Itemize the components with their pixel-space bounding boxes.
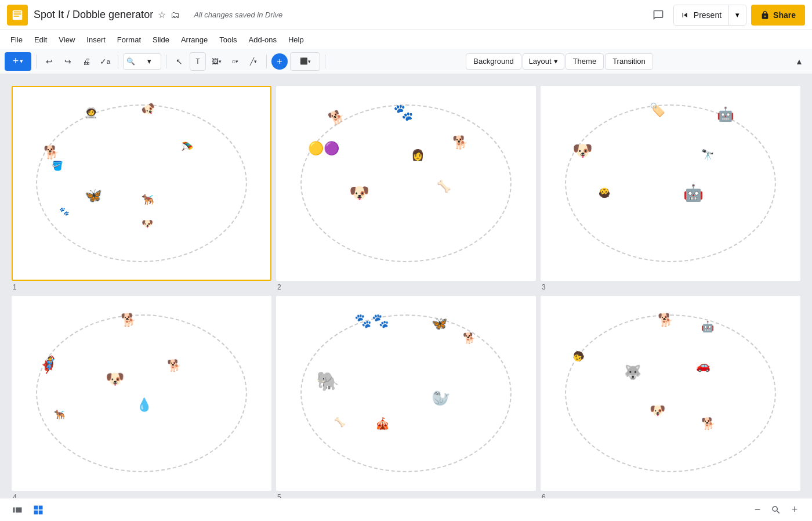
slide-3[interactable]: 🏷️ 🤖 🐶 🔭 🤖 🧒 [541,86,800,281]
char-5-4: 🐘 [316,370,339,392]
menu-insert[interactable]: Insert [81,33,111,46]
slide-number-6: 6 [541,493,800,498]
print-button[interactable]: 🖨 [78,52,95,71]
redo-button[interactable]: ↪ [60,52,76,71]
slide-1[interactable]: 🧑‍🚀 🐶 🐕 🪣 🦋 🐕‍🦺 🪂 🐾 🐶 [12,86,271,281]
comment-button[interactable] [648,5,669,26]
menubar: File Edit View Insert Format Slide Arran… [0,30,812,49]
transition-button[interactable]: Transition [605,53,653,70]
undo-button[interactable]: ↩ [41,52,57,71]
grid-view-button[interactable] [30,502,46,518]
zoom-in-button[interactable]: 🔍 [124,54,137,69]
char-2-5: 🐕 [452,135,468,150]
line-button[interactable]: ╱▾ [245,52,262,71]
svg-rect-3 [14,15,19,16]
content-area: 🧑‍🚀 🐶 🐕 🪣 🦋 🐕‍🦺 🪂 🐾 🐶 1 🐾 [0,74,812,498]
char-6-4: 🐺 [624,364,641,381]
background-button[interactable]: Background [466,53,521,70]
present-main-button[interactable]: Present [674,5,728,25]
header: Spot It / Dobble generator ☆ 🗂 All chang… [0,0,812,30]
slide-number-1: 1 [12,283,271,291]
char-2-6: 🐶 [349,183,369,202]
menu-addons[interactable]: Add-ons [243,33,282,46]
bottom-bar: − + [0,498,812,521]
cursor-button[interactable]: ↖ [171,52,187,71]
char-1-3: 🐕 [44,145,59,160]
menu-tools[interactable]: Tools [213,33,242,46]
collapse-toolbar-button[interactable]: ▲ [791,52,807,71]
code-block-button[interactable]: ⬛▾ [290,52,320,71]
zoom-value[interactable]: ▾ [137,57,161,66]
theme-button[interactable]: Theme [566,53,604,70]
char-4-1: 🐕 [121,313,136,328]
char-5-7: 🦴 [334,417,346,428]
char-4-5: 💧 [136,397,152,413]
svg-rect-6 [34,505,38,509]
char-6-5: 🚗 [696,359,710,372]
char-4-6: 🐕‍🦺 [54,409,66,420]
slide-2-content: 🐾 🐕 🟡🟣 👩 🐕 🐶 🦴 [277,87,535,280]
folder-icon[interactable]: 🗂 [171,10,180,20]
menu-file[interactable]: File [5,33,28,46]
shape-button[interactable]: ○▾ [227,52,243,71]
slide-4-circle [36,314,247,472]
slide-wrapper-5: 🐾🐾 🦋 🐕 🐘 🦭 🎪 🦴 5 [276,296,536,498]
comment-add-button[interactable]: + [271,53,288,70]
slide-5-circle [300,314,512,472]
share-button[interactable]: Share [751,5,805,26]
menu-arrange[interactable]: Arrange [175,33,213,46]
char-2-1: 🐾 [393,103,414,122]
slide-4[interactable]: 🐕 🦸 🐶 🐕 💧 🐕‍🦺 [12,296,271,491]
slide-wrapper-1: 🧑‍🚀 🐶 🐕 🪣 🦋 🐕‍🦺 🪂 🐾 🐶 1 [12,86,271,291]
share-label: Share [773,10,796,20]
star-icon[interactable]: ☆ [158,9,166,20]
char-6-6: 🐶 [650,403,665,418]
menu-help[interactable]: Help [282,33,310,46]
char-6-1: 🐕 [658,313,673,328]
slide-number-4: 4 [12,493,271,498]
svg-rect-9 [39,510,43,514]
bottom-left [9,502,46,518]
present-button-group: Present ▾ [673,5,746,26]
slide-5-content: 🐾🐾 🦋 🐕 🐘 🦭 🎪 🦴 [277,297,535,490]
slide-3-content: 🏷️ 🤖 🐶 🔭 🤖 🧒 [542,87,799,280]
menu-view[interactable]: View [53,33,81,46]
title-area: Spot It / Dobble generator ☆ 🗂 All chang… [34,9,642,21]
slide-5[interactable]: 🐾🐾 🦋 🐕 🐘 🦭 🎪 🦴 [276,296,536,491]
separator-2 [118,55,118,68]
add-dropdown-icon: ▾ [20,57,23,65]
menu-edit[interactable]: Edit [28,33,53,46]
zoom-reset-button[interactable] [768,502,784,518]
menu-slide[interactable]: Slide [147,33,175,46]
layout-dropdown-icon: ▾ [554,57,558,66]
slide-wrapper-2: 🐾 🐕 🟡🟣 👩 🐕 🐶 🦴 2 [276,86,536,291]
menu-format[interactable]: Format [111,33,147,46]
present-dropdown-button[interactable]: ▾ [728,5,746,25]
zoom-out-button[interactable]: − [749,502,766,518]
char-3-3: 🐶 [572,141,593,160]
layout-label: Layout [529,57,552,66]
char-3-6: 🧒 [599,187,610,198]
char-1-1: 🧑‍🚀 [85,106,97,119]
text-button[interactable]: T [190,52,206,71]
char-1-6: 🐕‍🦺 [142,193,154,206]
filmstrip-view-button[interactable] [9,502,26,518]
char-3-1: 🏷️ [650,103,665,118]
header-right: Present ▾ Share [648,5,805,26]
zoom-in-bottom-button[interactable]: + [786,502,803,518]
layout-button[interactable]: Layout ▾ [523,53,564,70]
slide-1-circle [36,104,247,262]
slide-6-content: 🐕 🤖 🧒 🐺 🚗 🐶 🐕 [542,297,799,490]
slide-6-circle [565,314,776,472]
slides-panel: 🧑‍🚀 🐶 🐕 🪣 🦋 🐕‍🦺 🪂 🐾 🐶 1 🐾 [0,74,812,498]
toolbar: + ▾ ↩ ↪ 🖨 ✓a 🔍 ▾ ↖ T 🖼▾ ○▾ ╱▾ + ⬛▾ Backg… [0,49,812,74]
slide-2[interactable]: 🐾 🐕 🟡🟣 👩 🐕 🐶 🦴 [276,86,536,281]
spellcheck-button[interactable]: ✓a [97,52,113,71]
char-2-3: 🟡🟣 [308,141,339,156]
image-button[interactable]: 🖼▾ [208,52,224,71]
slide-6[interactable]: 🐕 🤖 🧒 🐺 🚗 🐶 🐕 [541,296,800,491]
slide-1-content: 🧑‍🚀 🐶 🐕 🪣 🦋 🐕‍🦺 🪂 🐾 🐶 [13,87,270,280]
add-slide-button[interactable]: + ▾ [5,52,31,71]
slide-number-3: 3 [541,283,800,291]
char-5-1: 🐾🐾 [354,313,389,329]
